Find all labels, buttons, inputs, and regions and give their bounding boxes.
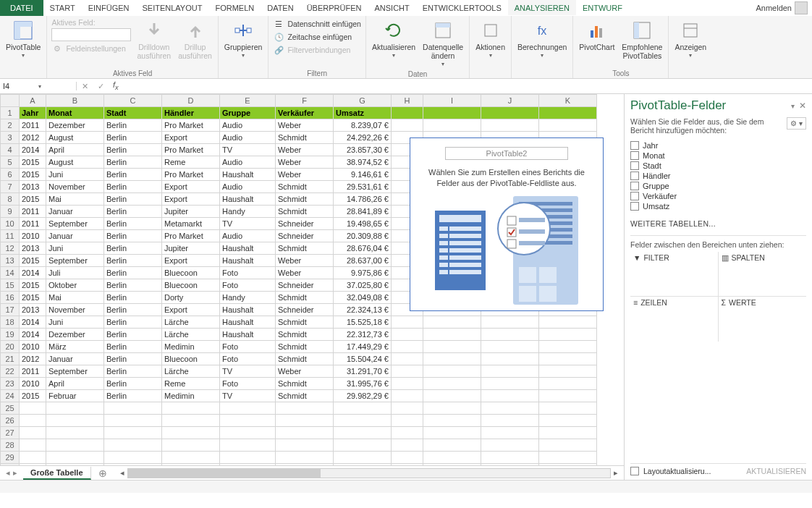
cell[interactable]: Berlin — [104, 206, 162, 218]
cell[interactable] — [220, 452, 276, 464]
cell[interactable]: 22.324,13 € — [334, 304, 392, 316]
cell[interactable] — [539, 390, 597, 402]
cell[interactable]: 2015 — [20, 156, 46, 169]
menu-analyze[interactable]: ANALYSIEREN — [508, 0, 576, 16]
cell[interactable]: Bluecoon — [162, 267, 220, 279]
field-checkbox[interactable] — [630, 202, 639, 211]
cell[interactable]: Pro Market — [162, 119, 220, 132]
cell[interactable]: Juni — [46, 316, 104, 329]
cell[interactable]: TV — [220, 365, 276, 378]
cell[interactable] — [334, 402, 392, 415]
insert-slicer-button[interactable]: ☰Datenschnitt einfügen — [273, 18, 361, 30]
col-header[interactable]: I — [423, 95, 481, 107]
cell[interactable] — [334, 439, 392, 452]
cell[interactable]: Berlin — [104, 390, 162, 402]
cell[interactable] — [20, 464, 46, 466]
cell[interactable] — [220, 402, 276, 415]
cell[interactable]: Schmidt — [276, 353, 334, 365]
cell[interactable]: Berlin — [104, 181, 162, 193]
cell[interactable]: Haushalt — [220, 242, 276, 255]
cell[interactable]: Juni — [46, 169, 104, 181]
row-header[interactable]: 9 — [1, 206, 20, 218]
cell[interactable] — [539, 415, 597, 427]
field-checkbox[interactable] — [630, 141, 639, 150]
cell[interactable]: 9.146,61 € — [334, 169, 392, 181]
cell[interactable] — [423, 439, 481, 452]
cell[interactable]: 2015 — [20, 255, 46, 267]
col-header[interactable]: G — [334, 95, 392, 107]
cell[interactable]: Bluecoon — [162, 279, 220, 292]
pivottable-placeholder[interactable]: PivotTable2 Wählen Sie zum Erstellen ein… — [410, 137, 604, 311]
cell[interactable]: 23.857,30 € — [334, 144, 392, 156]
cell[interactable]: 2013 — [20, 181, 46, 193]
row-header[interactable]: 11 — [1, 230, 20, 242]
close-pane-icon[interactable]: ✕ — [799, 101, 806, 111]
cell[interactable]: Schmidt — [276, 329, 334, 341]
cell[interactable] — [162, 415, 220, 427]
cell[interactable] — [423, 353, 481, 365]
cell[interactable]: Jupiter — [162, 206, 220, 218]
cell[interactable]: 9.975,86 € — [334, 267, 392, 279]
insert-timeline-button[interactable]: 🕓Zeitachse einfügen — [273, 31, 361, 43]
cell[interactable]: Export — [162, 193, 220, 206]
row-header[interactable]: 24 — [1, 390, 20, 402]
row-header[interactable]: 6 — [1, 169, 20, 181]
cell[interactable]: 2012 — [20, 353, 46, 365]
cell[interactable]: 19.498,65 € — [334, 218, 392, 230]
cell[interactable] — [276, 427, 334, 439]
cell[interactable] — [539, 378, 597, 390]
cell[interactable]: 2014 — [20, 144, 46, 156]
row-header[interactable]: 15 — [1, 279, 20, 292]
cell[interactable]: 31.291,70 € — [334, 365, 392, 378]
cell[interactable]: Schmidt — [276, 193, 334, 206]
cell[interactable] — [481, 402, 539, 415]
field-settings-button[interactable]: ⚙ Feldeinstellungen — [51, 43, 131, 54]
cell[interactable] — [392, 119, 423, 132]
cell[interactable]: Weber — [276, 119, 334, 132]
tab-nav[interactable]: ◂▸ — [0, 468, 23, 478]
cell[interactable]: 37.025,80 € — [334, 279, 392, 292]
horizontal-scrollbar[interactable]: ◂ ▸ — [114, 468, 624, 478]
cell[interactable] — [276, 415, 334, 427]
cell[interactable] — [46, 464, 104, 466]
confirm-formula-icon[interactable]: ✓ — [93, 82, 109, 91]
active-field-input[interactable] — [51, 28, 131, 41]
cell[interactable]: Berlin — [104, 169, 162, 181]
cell[interactable]: Februar — [46, 390, 104, 402]
cell[interactable]: Haushalt — [220, 316, 276, 329]
row-header[interactable]: 4 — [1, 144, 20, 156]
cell[interactable]: 15.504,24 € — [334, 353, 392, 365]
cell[interactable]: Haushalt — [220, 193, 276, 206]
cell[interactable]: Januar — [46, 353, 104, 365]
cell[interactable]: 2012 — [20, 132, 46, 144]
cell[interactable]: Weber — [276, 144, 334, 156]
cell[interactable] — [481, 316, 539, 329]
menu-pagelayout[interactable]: SEITENLAYOUT — [135, 0, 208, 16]
cell[interactable]: 22.312,73 € — [334, 329, 392, 341]
cell[interactable] — [220, 427, 276, 439]
cell[interactable] — [423, 316, 481, 329]
cell[interactable]: Jahr — [20, 107, 46, 119]
cell[interactable]: Stadt — [104, 107, 162, 119]
cell[interactable]: Dezember — [46, 329, 104, 341]
update-button[interactable]: AKTUALISIEREN — [746, 467, 806, 475]
cell[interactable] — [481, 329, 539, 341]
cell[interactable]: Schneider — [276, 218, 334, 230]
menu-data[interactable]: DATEN — [261, 0, 300, 16]
cell[interactable]: 28.637,00 € — [334, 255, 392, 267]
cell[interactable] — [539, 439, 597, 452]
cell[interactable]: Medimin — [162, 390, 220, 402]
cell[interactable]: Schmidt — [276, 181, 334, 193]
cell[interactable]: Weber — [276, 267, 334, 279]
row-header[interactable]: 7 — [1, 181, 20, 193]
cell[interactable] — [162, 439, 220, 452]
row-header[interactable]: 16 — [1, 292, 20, 304]
cell[interactable]: TV — [220, 218, 276, 230]
cell[interactable] — [423, 119, 481, 132]
cell[interactable]: Lärche — [162, 316, 220, 329]
cell[interactable]: Audio — [220, 119, 276, 132]
cell[interactable]: 2015 — [20, 279, 46, 292]
cell[interactable]: Export — [162, 181, 220, 193]
area-values[interactable]: ΣWERTE — [719, 297, 807, 342]
cell[interactable] — [334, 464, 392, 466]
